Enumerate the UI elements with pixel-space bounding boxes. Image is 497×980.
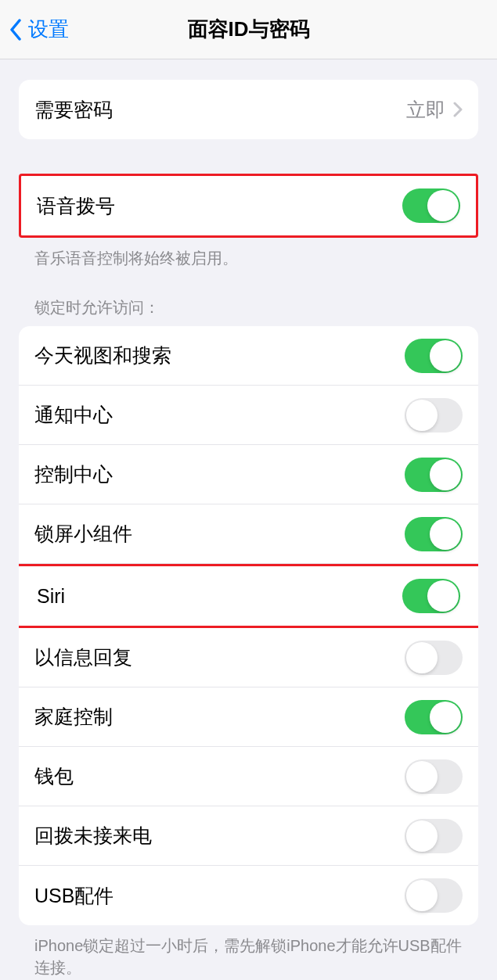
voice-dial-footer: 音乐语音控制将始终被启用。: [34, 247, 463, 269]
notification-center-row: 通知中心: [19, 386, 478, 445]
wallet-row: 钱包: [19, 747, 478, 806]
lock-screen-widgets-toggle[interactable]: [405, 517, 463, 551]
usb-accessories-toggle[interactable]: [405, 878, 463, 913]
siri-toggle[interactable]: [402, 579, 460, 613]
notification-center-toggle[interactable]: [405, 398, 463, 433]
reply-message-label: 以信息回复: [34, 644, 405, 670]
lock-access-header: 锁定时允许访问：: [34, 297, 463, 318]
usb-footer: iPhone锁定超过一小时后，需先解锁iPhone才能允许USB配件连接。: [34, 935, 463, 978]
page-title: 面容ID与密码: [0, 16, 497, 43]
home-control-row: 家庭控制: [19, 687, 478, 747]
today-view-toggle[interactable]: [405, 339, 463, 373]
back-button[interactable]: 设置: [9, 16, 69, 43]
chevron-left-icon: [9, 19, 22, 41]
return-missed-calls-toggle[interactable]: [405, 819, 463, 853]
lock-screen-widgets-label: 锁屏小组件: [34, 521, 405, 547]
chevron-right-icon: [453, 102, 463, 117]
home-control-label: 家庭控制: [34, 704, 405, 730]
today-view-row: 今天视图和搜索: [19, 326, 478, 386]
require-passcode-label: 需要密码: [34, 97, 406, 123]
voice-dial-label: 语音拨号: [37, 193, 402, 219]
nav-header: 设置 面容ID与密码: [0, 0, 497, 59]
lock-access-group: 今天视图和搜索 通知中心 控制中心 锁屏小组件 Siri: [19, 326, 478, 925]
today-view-label: 今天视图和搜索: [34, 343, 405, 368]
voice-dial-row: 语音拨号: [21, 176, 476, 235]
reply-message-row: 以信息回复: [19, 628, 478, 687]
control-center-toggle[interactable]: [405, 458, 463, 492]
require-passcode-row[interactable]: 需要密码 立即: [19, 80, 478, 139]
return-missed-calls-label: 回拨未接来电: [34, 823, 405, 849]
require-passcode-value: 立即: [406, 97, 445, 123]
notification-center-label: 通知中心: [34, 402, 405, 428]
voice-dial-toggle[interactable]: [402, 188, 460, 223]
voice-dial-highlight: 语音拨号: [19, 174, 478, 238]
back-label: 设置: [28, 16, 69, 43]
wallet-toggle[interactable]: [405, 759, 463, 794]
usb-accessories-label: USB配件: [34, 883, 405, 909]
siri-row: Siri: [19, 566, 478, 626]
wallet-label: 钱包: [34, 763, 405, 789]
home-control-toggle[interactable]: [405, 700, 463, 734]
return-missed-calls-row: 回拨未接来电: [19, 806, 478, 866]
reply-message-toggle[interactable]: [405, 641, 463, 675]
usb-accessories-row: USB配件: [19, 866, 478, 925]
control-center-label: 控制中心: [34, 461, 405, 487]
siri-label: Siri: [37, 585, 402, 608]
lock-screen-widgets-row: 锁屏小组件: [19, 504, 478, 564]
siri-highlight: Siri: [19, 564, 478, 628]
control-center-row: 控制中心: [19, 445, 478, 504]
